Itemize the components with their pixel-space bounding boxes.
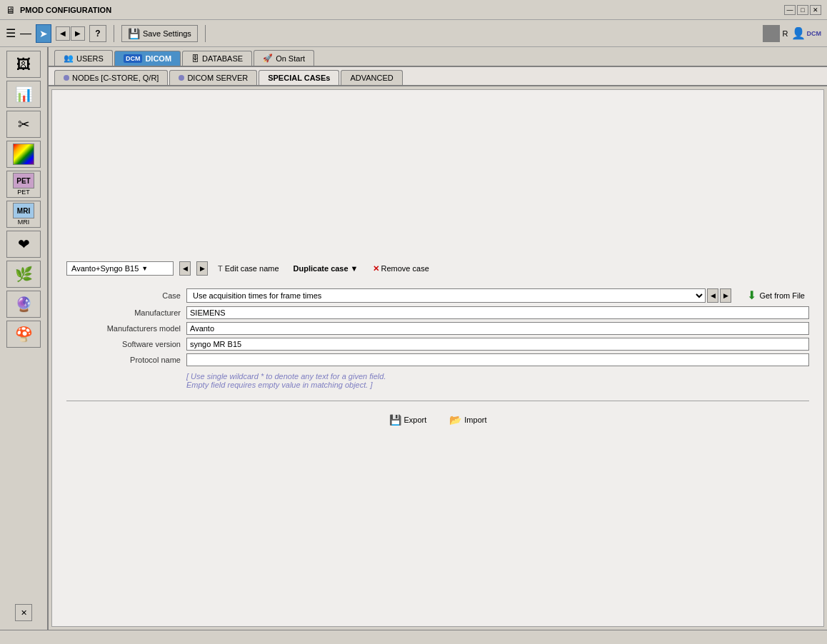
- r-button[interactable]: R: [783, 29, 788, 38]
- dicom-server-dot: [179, 75, 184, 81]
- dcm-tab-label: DCM: [124, 54, 143, 63]
- database-icon: 🗄: [191, 54, 199, 63]
- manufacturer-input-area: [186, 306, 809, 319]
- import-icon: 📂: [449, 414, 461, 426]
- case-select[interactable]: Use acquisition times for frame times: [186, 288, 706, 303]
- terminal-button[interactable]: [763, 25, 780, 42]
- tab-special-cases[interactable]: SPECIAL CASEs: [259, 70, 339, 85]
- app-icon: 🖥: [6, 4, 16, 16]
- help-button[interactable]: ?: [89, 25, 106, 42]
- case-toolbar: Avanto+Syngo B15 ▼ ◀ ▶ T Edit case name …: [66, 261, 809, 276]
- case-nav-prev[interactable]: ◀: [179, 261, 191, 276]
- divider: [66, 401, 809, 401]
- dcm-button[interactable]: 👤 DCM: [791, 26, 822, 40]
- image-tool-button[interactable]: 🖼: [6, 51, 41, 78]
- software-version-label: Software version: [66, 340, 181, 348]
- settings-tool-button[interactable]: ✂: [6, 111, 41, 138]
- tab-dicom-server[interactable]: DICOM SERVER: [169, 70, 257, 85]
- case-dropdown[interactable]: Avanto+Syngo B15 ▼: [66, 261, 174, 276]
- nodes-dot: [64, 75, 69, 81]
- sidebar: 🖼 📊 ✂ PET PET MRI MRI ❤ 🌿 🔮 🍄 ✕: [0, 47, 49, 630]
- protocol-name-input[interactable]: [186, 353, 809, 366]
- hint-line1: [ Use single wildcard * to denote any te…: [186, 372, 809, 381]
- case-select-next[interactable]: ▶: [720, 288, 731, 303]
- tab-users[interactable]: 👥 USERS: [54, 50, 113, 66]
- software-version-input[interactable]: [186, 338, 809, 351]
- save-icon: 💾: [128, 28, 140, 39]
- heart-tool-button[interactable]: ❤: [6, 231, 41, 258]
- sphere-tool-button[interactable]: 🔮: [6, 291, 41, 318]
- close-sidebar-button[interactable]: ✕: [15, 604, 32, 621]
- titlebar: 🖥 PMOD CONFIGURATION — □ ✕: [0, 0, 827, 20]
- separator1: [114, 25, 114, 42]
- nav-prev-button[interactable]: ◀: [56, 26, 70, 41]
- manufacturer-row: Manufacturer: [66, 306, 809, 319]
- close-button[interactable]: ✕: [810, 5, 821, 15]
- manufacturers-model-input-area: [186, 322, 809, 335]
- separator2: [205, 25, 206, 42]
- protocol-name-input-area: [186, 353, 809, 366]
- case-name-label: Avanto+Syngo B15: [71, 264, 139, 273]
- tab-dicom[interactable]: DCM DICOM: [114, 51, 181, 66]
- pet-tool-button[interactable]: PET PET: [6, 171, 41, 198]
- export-button[interactable]: 💾 Export: [385, 413, 431, 427]
- dropdown-arrow-icon: ▼: [141, 265, 148, 272]
- toolbar: ☰ — ➤ ◀ ▶ ? 💾 Save Settings R 👤 DCM: [0, 20, 827, 47]
- menu-icon[interactable]: ☰: [6, 26, 16, 40]
- tree-tool-button[interactable]: 🌿: [6, 261, 41, 288]
- duplicate-case-button[interactable]: Duplicate case ▼: [289, 263, 363, 274]
- case-select-area: Use acquisition times for frame times ◀ …: [186, 288, 731, 303]
- software-version-row: Software version: [66, 338, 809, 351]
- case-nav-next[interactable]: ▶: [196, 261, 208, 276]
- export-icon: 💾: [389, 414, 401, 426]
- protocol-name-label: Protocol name: [66, 356, 181, 364]
- tab-database[interactable]: 🗄 DATABASE: [182, 51, 252, 66]
- save-settings-button[interactable]: 💾 Save Settings: [121, 25, 198, 42]
- tab-advanced[interactable]: ADVANCED: [341, 70, 402, 85]
- chart-tool-button[interactable]: 📊: [6, 81, 41, 108]
- get-from-icon: ⬇: [747, 288, 756, 302]
- remove-case-button[interactable]: ✕ Remove case: [369, 263, 433, 275]
- app-title: PMOD CONFIGURATION: [20, 6, 784, 14]
- tab-on-start[interactable]: 🚀 On Start: [254, 50, 314, 66]
- manufacturers-model-input[interactable]: [186, 322, 809, 335]
- manufacturers-model-row: Manufacturers model: [66, 322, 809, 335]
- manufacturers-model-label: Manufacturers model: [66, 324, 181, 333]
- dcm-label: DCM: [807, 30, 822, 37]
- on-start-icon: 🚀: [263, 54, 273, 63]
- users-icon: 👥: [64, 54, 74, 63]
- save-label: Save Settings: [143, 29, 191, 38]
- export-import-area: 💾 Export 📂 Import: [66, 413, 809, 427]
- tab-bar-2: NODEs [C-STORE, Q/R] DICOM SERVER SPECIA…: [49, 67, 827, 86]
- mri-tool-button[interactable]: MRI MRI: [6, 201, 41, 228]
- case-field-label: Case: [66, 291, 181, 300]
- tab-bar-1: 👥 USERS DCM DICOM 🗄 DATABASE 🚀 On Start: [49, 47, 827, 67]
- right-panel: 👥 USERS DCM DICOM 🗄 DATABASE 🚀 On Start: [49, 47, 827, 630]
- hint-line2: Empty field requires empty value in matc…: [186, 381, 809, 389]
- edit-case-name-button[interactable]: T Edit case name: [214, 263, 284, 274]
- duplicate-dropdown-icon: ▼: [351, 264, 359, 273]
- export-icon[interactable]: ➤: [36, 24, 51, 43]
- import-button[interactable]: 📂 Import: [445, 413, 491, 427]
- edit-icon: T: [218, 264, 223, 273]
- nav-next-button[interactable]: ▶: [71, 26, 85, 41]
- software-version-input-area: [186, 338, 809, 351]
- manufacturer-label: Manufacturer: [66, 308, 181, 317]
- minimize-button[interactable]: —: [784, 5, 796, 15]
- color-tool-button[interactable]: [6, 141, 41, 168]
- hint-text: [ Use single wildcard * to denote any te…: [186, 372, 809, 389]
- case-select-prev[interactable]: ◀: [707, 288, 718, 303]
- minus-icon[interactable]: —: [20, 27, 31, 40]
- protocol-name-row: Protocol name: [66, 353, 809, 366]
- tab-nodes[interactable]: NODEs [C-STORE, Q/R]: [54, 70, 168, 85]
- maximize-button[interactable]: □: [797, 5, 808, 15]
- status-bar: [0, 630, 827, 644]
- main-content: Avanto+Syngo B15 ▼ ◀ ▶ T Edit case name …: [51, 89, 824, 627]
- case-row: Case Use acquisition times for frame tim…: [66, 287, 809, 303]
- manufacturer-input[interactable]: [186, 306, 809, 319]
- get-from-file-button[interactable]: ⬇ Get from File: [743, 287, 809, 303]
- mushroom-tool-button[interactable]: 🍄: [6, 321, 41, 348]
- form-area: Case Use acquisition times for frame tim…: [66, 287, 809, 366]
- remove-x-icon: ✕: [373, 264, 379, 273]
